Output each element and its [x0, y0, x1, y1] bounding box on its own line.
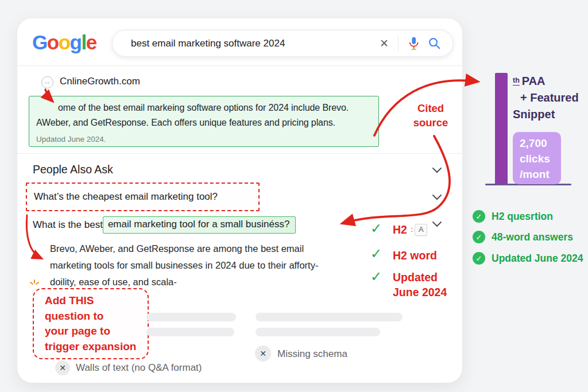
walls-of-text-label: Walls of text (no Q&A format)	[76, 362, 202, 374]
check-circle-icon: ✓	[473, 231, 485, 243]
paa-question-1-label: What’s the cheapest email marketing tool…	[34, 191, 218, 203]
skeleton-text-bar	[256, 313, 403, 321]
serp-mockup: Google ✕ -- CnlineGrowth.com ome of the …	[0, 0, 588, 392]
missing-schema-label: Missing schema	[277, 348, 347, 360]
criteria-updated-date: Updated June 2024	[393, 270, 462, 300]
featured-snippet-box: ome of the best email markeing software …	[29, 96, 379, 147]
benefit-item: ✓ H2 quesrtion	[473, 210, 553, 223]
header-divider	[17, 65, 462, 66]
check-icon: ✓	[370, 270, 382, 284]
colon-separator: :	[411, 222, 413, 237]
x-circle-icon: ✕	[255, 346, 271, 362]
check-icon: ✓	[370, 247, 382, 261]
cited-source-annotation: Cited source	[401, 101, 461, 130]
sparkle-icon	[29, 279, 40, 293]
skeleton-text-bar	[256, 328, 380, 336]
paa-heading: People Also Ask	[33, 163, 113, 176]
search-bar-divider	[398, 36, 399, 51]
chart-label: thPAA + Featured Snippet	[513, 72, 579, 123]
criteria-h2-word: H2 word	[393, 248, 437, 263]
x-circle-icon: ✕	[55, 360, 70, 375]
paa-question-2-prefix: What is the best	[33, 219, 103, 231]
skeleton-text-bar	[146, 328, 234, 336]
logo-letter: o	[47, 31, 59, 53]
chart-label-th: th	[513, 76, 520, 86]
paa-question-2-highlight: email marketing tool for a small businés…	[103, 216, 296, 234]
clicks-value-callout: 2,700 clicks /mont	[513, 132, 561, 184]
check-circle-icon: ✓	[473, 210, 485, 223]
skeleton-text-bar	[146, 313, 236, 321]
logo-letter: l	[81, 31, 86, 53]
logo-letter: g	[70, 31, 82, 53]
search-input[interactable]	[130, 37, 380, 50]
snippet-line: ome of the best email markeing software …	[36, 100, 372, 115]
site-favicon-icon: --	[41, 76, 53, 88]
check-icon: ✓	[370, 222, 382, 235]
search-bar[interactable]: ✕	[112, 30, 453, 57]
clear-icon[interactable]: ✕	[380, 37, 389, 50]
mic-icon[interactable]	[408, 36, 420, 51]
logo-letter: G	[32, 31, 47, 53]
paa-question-1-highlighted[interactable]: What’s the cheapest email marketing tool…	[26, 183, 260, 211]
snippet-updated-date: Updatod June 2024.	[36, 132, 372, 147]
logo-letter: e	[86, 31, 96, 53]
logo-letter: o	[59, 31, 70, 53]
chevron-down-icon[interactable]	[432, 166, 442, 176]
snippet-line: AWeber, and GetResponse. Each offers uni…	[36, 115, 372, 130]
search-icon[interactable]	[428, 37, 441, 50]
paa-question-2[interactable]: What is the best email marketing tool fo…	[33, 216, 296, 234]
criteria-h2: H2 : A	[393, 222, 427, 237]
font-a-key-icon: A	[415, 224, 427, 236]
chevron-down-icon[interactable]	[432, 193, 442, 203]
paa-answer: Brevo, AWeber, and GetResponse are among…	[50, 240, 318, 290]
add-this-question-annotation: Add THIS question to your page to trigge…	[33, 288, 149, 359]
benefit-item: ✓ Updated June 2024	[473, 252, 583, 265]
check-circle-icon: ✓	[473, 252, 485, 265]
section-divider	[17, 153, 462, 154]
google-logo[interactable]: Google	[32, 31, 96, 54]
chevron-down-icon[interactable]	[432, 220, 442, 230]
clicks-bar	[495, 73, 508, 184]
result-site-name[interactable]: CnlineGrowth.com	[60, 76, 140, 87]
benefit-item: ✓ 48-word answers	[473, 231, 573, 243]
